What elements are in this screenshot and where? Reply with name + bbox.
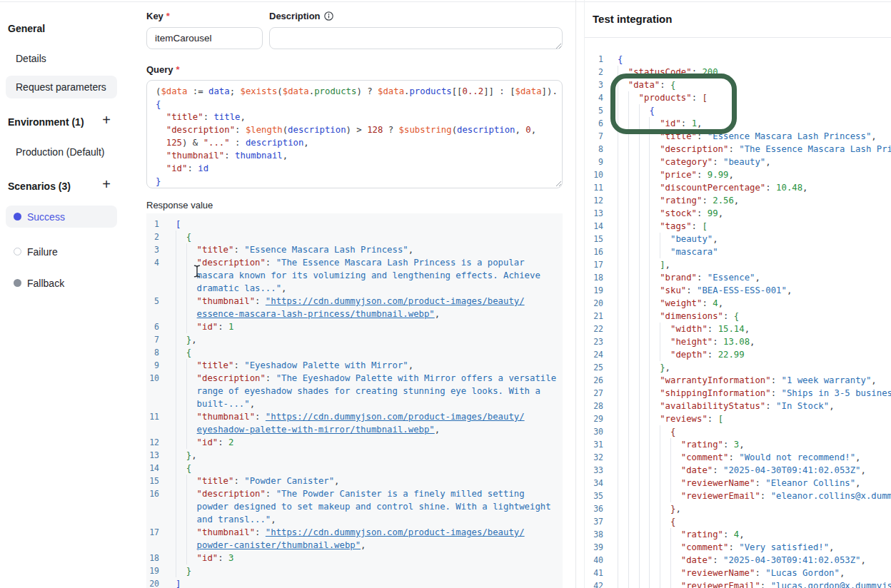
code-line: 28"availabilityStatus": "In Stock", (593, 400, 891, 412)
code-line: 22"width": 15.14, (593, 323, 891, 335)
scenario-item-failure[interactable]: Failure (6, 240, 117, 263)
code-line: 25}, (593, 361, 891, 374)
code-line: 20] (146, 577, 563, 588)
required-asterisk: * (176, 64, 180, 75)
sidebar-item-request-parameters[interactable]: Request parameters (6, 76, 117, 98)
code-line: 36}, (593, 502, 891, 515)
test-integration-title: Test integration (593, 13, 672, 25)
code-line: 12"rating": 2.56, (593, 194, 891, 207)
code-line: 13}, (146, 449, 563, 462)
sidebar-section-scenarios: Scenarios (3) (8, 181, 71, 192)
code-line: 34"reviewerName": "Eleanor Collins", (593, 477, 891, 490)
code-line: 21"dimensions": { (593, 310, 891, 323)
scenario-status-dot-gray (14, 279, 21, 287)
sidebar-section-general: General (8, 23, 45, 34)
code-line: 3"title": "Essence Mascara Lash Princess… (146, 243, 563, 256)
response-value-editor[interactable]: 1[2{3"title": "Essence Mascara Lash Prin… (146, 213, 563, 588)
form-panel: Key* Description Query* ($data := data; … (140, 0, 575, 588)
test-integration-panel: Test integration 1{2"statusCode": 200,3"… (575, 0, 891, 588)
code-line: 14"tags": [ (593, 220, 891, 233)
code-line: 16"mascara" (593, 245, 891, 258)
code-line: 15"title": "Powder Canister", (146, 475, 563, 487)
code-line: 29"reviews": [ (593, 412, 891, 425)
code-line: and transl...", (146, 513, 563, 526)
code-line: 2"statusCode": 200, (593, 66, 891, 78)
query-editor[interactable]: ($data := data; $exists($data.products) … (146, 80, 563, 188)
code-line: 11"thumbnail": "https://cdn.dummyjson.co… (146, 410, 563, 423)
code-line: 19} (146, 564, 563, 577)
code-line: 7}, (146, 333, 563, 346)
query-label: Query* (146, 64, 180, 75)
code-line: 23"height": 13.08, (593, 335, 891, 348)
key-input[interactable] (146, 27, 263, 49)
code-line: built-...", (146, 397, 563, 410)
code-line: powder-canister/thumbnail.webp", (146, 539, 563, 552)
code-line: 15"beauty", (593, 233, 891, 245)
code-line: eyeshadow-palette-with-mirror/thumbnail.… (146, 423, 563, 436)
code-line: range of eyeshadow shades for creating s… (146, 385, 563, 397)
add-environment-button[interactable]: + (99, 112, 114, 128)
code-line: 13"stock": 99, (593, 207, 891, 220)
description-label: Description (269, 11, 333, 21)
code-line: 9"title": "Eyeshadow Palette with Mirror… (146, 359, 563, 372)
code-line: "id": id (156, 162, 562, 175)
add-scenario-button[interactable]: + (99, 176, 114, 192)
code-line: 3"data": { (593, 78, 891, 91)
plus-icon: + (102, 112, 111, 128)
code-line: 24"depth": 22.99 (593, 348, 891, 361)
code-line: 31"rating": 3, (593, 438, 891, 451)
code-line: 32"comment": "Would not recommend!", (593, 451, 891, 464)
code-line: ($data := data; $exists($data.products) … (156, 85, 562, 98)
code-line: 1{ (593, 53, 891, 66)
scenario-item-fallback[interactable]: Fallback (6, 272, 117, 294)
code-line: 41"reviewerName": "Lucas Gordon", (593, 567, 891, 579)
test-output-editor[interactable]: 1{2"statusCode": 200,3"data": {4"product… (585, 53, 891, 588)
code-line: 7"title": "Essence Mascara Lash Princess… (593, 130, 891, 143)
code-line: 4"products": [ (593, 91, 891, 104)
code-line: 20"weight": 4, (593, 297, 891, 310)
code-line: 8{ (146, 346, 563, 359)
code-line: "thumbnail": thumbnail, (156, 149, 562, 162)
code-line: 19"sku": "BEA-ESS-ESS-001", (593, 284, 891, 297)
sidebar-item-details[interactable]: Details (6, 47, 117, 70)
code-line: 125) & "..." : description, (156, 136, 562, 149)
sidebar-section-environment: Environment (1) (8, 116, 84, 128)
code-line: 2{ (146, 230, 563, 243)
code-line: "description": $length(description) > 12… (156, 123, 562, 136)
code-line: 18"brand": "Essence", (593, 271, 891, 284)
code-line: 33"date": "2025-04-30T09:41:02.053Z", (593, 464, 891, 477)
code-line: mascara known for its volumizing and len… (146, 269, 563, 282)
plus-icon: + (102, 176, 111, 193)
description-textarea[interactable] (269, 27, 563, 49)
code-line: 12"id": 2 (146, 436, 563, 449)
required-asterisk: * (166, 11, 170, 21)
code-line: powder designed to set makeup and contro… (146, 500, 563, 513)
code-line: { (156, 98, 562, 111)
code-line: 42"reviewerEmail": "lucas.gordon@x.dummy… (593, 579, 891, 588)
sidebar: General Details Request parameters Envir… (0, 0, 140, 588)
scenario-status-dot-filled (14, 213, 21, 220)
code-line: 27"shippingInformation": "Ships in 3-5 b… (593, 387, 891, 400)
code-line: 11"discountPercentage": 10.48, (593, 181, 891, 194)
test-integration-content: Test integration 1{2"statusCode": 200,3"… (584, 0, 891, 588)
code-line: 5"thumbnail": "https://cdn.dummyjson.com… (146, 295, 563, 308)
scenario-status-dot-outline (14, 248, 21, 255)
code-line: 5{ (593, 104, 891, 117)
code-line: 38"rating": 4, (593, 528, 891, 541)
code-line: 8"description": "The Essence Mascara Las… (593, 143, 891, 156)
scenario-item-success[interactable]: Success (6, 206, 117, 228)
info-icon (324, 11, 333, 21)
response-value-label: Response value (146, 200, 213, 211)
key-label: Key* (146, 11, 170, 21)
code-line: 30{ (593, 425, 891, 438)
code-line: 17], (593, 258, 891, 271)
sidebar-item-production[interactable]: Production (Default) (6, 141, 117, 163)
code-line: 6"id": 1, (593, 117, 891, 130)
code-line: 40"date": "2025-04-30T09:41:02.053Z", (593, 554, 891, 567)
code-line: essence-mascara-lash-princess/thumbnail.… (146, 308, 563, 320)
test-integration-header: Test integration (585, 0, 891, 38)
code-line: 39"comment": "Very satisfied!", (593, 541, 891, 554)
code-line: 14{ (146, 462, 563, 475)
code-line: 37{ (593, 515, 891, 528)
code-line: 18"id": 3 (146, 552, 563, 564)
